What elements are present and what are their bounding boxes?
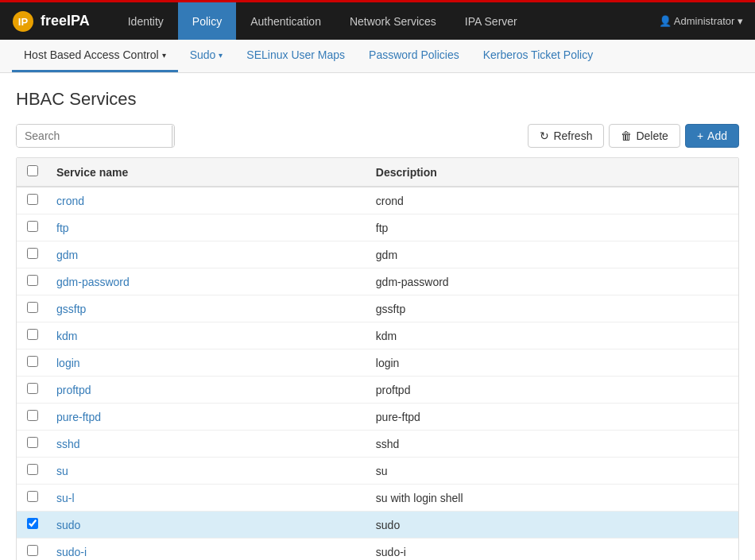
brand-logo[interactable]: IP freeIPA bbox=[12, 10, 90, 33]
nav-item-policy[interactable]: Policy bbox=[178, 2, 236, 40]
select-all-header bbox=[17, 158, 48, 187]
subnav-item-hbac[interactable]: Host Based Access Control ▾ bbox=[12, 40, 178, 72]
service-name-link[interactable]: pure-ftpd bbox=[56, 411, 101, 423]
subnav-sudo-caret-icon: ▾ bbox=[219, 51, 223, 60]
table-row: sudo-isudo-i bbox=[17, 539, 738, 561]
services-table: Service name Description crondcrondftpft… bbox=[17, 158, 738, 560]
table-row: su-lsu with login shell bbox=[17, 485, 738, 512]
search-input[interactable] bbox=[17, 125, 172, 147]
refresh-button[interactable]: ↻ Refresh bbox=[528, 124, 604, 148]
nav-item-identity[interactable]: Identity bbox=[114, 2, 178, 40]
row-checkbox[interactable] bbox=[27, 275, 38, 286]
brand-name: freeIPA bbox=[41, 13, 90, 29]
table-row: ftpftp bbox=[17, 214, 738, 241]
add-button[interactable]: + Add bbox=[685, 124, 739, 148]
service-name-header: Service name bbox=[48, 158, 368, 187]
service-description: login bbox=[368, 350, 738, 377]
row-checkbox[interactable] bbox=[27, 437, 38, 448]
service-name-link[interactable]: gssftp bbox=[56, 303, 86, 315]
user-caret-icon: ▾ bbox=[738, 15, 743, 27]
row-checkbox[interactable] bbox=[27, 221, 38, 232]
service-name-link[interactable]: proftpd bbox=[56, 384, 91, 396]
service-description: gdm-password bbox=[368, 268, 738, 295]
user-menu[interactable]: 👤 Administrator ▾ bbox=[659, 15, 743, 27]
table-row: crondcrond bbox=[17, 187, 738, 214]
row-checkbox[interactable] bbox=[27, 464, 38, 475]
subnav-hbac-label: Host Based Access Control bbox=[24, 48, 159, 61]
table-row: gssftpgssftp bbox=[17, 295, 738, 322]
service-description: su with login shell bbox=[368, 485, 738, 512]
row-checkbox[interactable] bbox=[27, 410, 38, 421]
username: Administrator bbox=[674, 15, 735, 27]
service-name-link[interactable]: gdm bbox=[56, 249, 78, 261]
service-description: sudo-i bbox=[368, 539, 738, 561]
search-button[interactable]: 🔍 bbox=[172, 126, 175, 147]
service-name-link[interactable]: su bbox=[56, 465, 68, 477]
action-buttons: ↻ Refresh 🗑 Delete + Add bbox=[528, 124, 739, 148]
select-all-checkbox[interactable] bbox=[27, 165, 38, 176]
table-row: gdm-passwordgdm-password bbox=[17, 268, 738, 295]
row-checkbox[interactable] bbox=[27, 248, 38, 259]
service-name-link[interactable]: sudo-i bbox=[56, 546, 87, 558]
service-description: sshd bbox=[368, 431, 738, 458]
service-description: ftp bbox=[368, 214, 738, 241]
table-row: sshdsshd bbox=[17, 431, 738, 458]
row-checkbox[interactable] bbox=[27, 329, 38, 340]
page-title: HBAC Services bbox=[16, 89, 739, 110]
nav-item-network-services[interactable]: Network Services bbox=[335, 2, 451, 40]
service-description: pure-ftpd bbox=[368, 404, 738, 431]
row-checkbox[interactable] bbox=[27, 302, 38, 313]
row-checkbox[interactable] bbox=[27, 518, 38, 529]
service-description: su bbox=[368, 458, 738, 485]
subnav-hbac-caret-icon: ▾ bbox=[162, 51, 166, 60]
table-row: pure-ftpdpure-ftpd bbox=[17, 404, 738, 431]
service-name-link[interactable]: sudo bbox=[56, 519, 80, 531]
table-header: Service name Description bbox=[17, 158, 738, 187]
delete-icon: 🗑 bbox=[621, 129, 632, 142]
table-body: crondcrondftpftpgdmgdmgdm-passwordgdm-pa… bbox=[17, 187, 738, 560]
service-description: crond bbox=[368, 187, 738, 214]
service-description: kdm bbox=[368, 322, 738, 350]
service-name-link[interactable]: sshd bbox=[56, 438, 80, 450]
row-checkbox[interactable] bbox=[27, 383, 38, 394]
row-checkbox[interactable] bbox=[27, 491, 38, 502]
service-name-link[interactable]: ftp bbox=[56, 222, 69, 234]
service-name-link[interactable]: crond bbox=[56, 195, 84, 207]
main-nav: Identity Policy Authentication Network S… bbox=[114, 2, 659, 40]
nav-item-authentication[interactable]: Authentication bbox=[236, 2, 335, 40]
table-row: gdmgdm bbox=[17, 241, 738, 268]
sub-navbar: Host Based Access Control ▾ Sudo ▾ SELin… bbox=[0, 40, 755, 73]
service-description: sudo bbox=[368, 512, 738, 539]
toolbar: 🔍 ↻ Refresh 🗑 Delete + Add bbox=[16, 124, 739, 148]
search-group: 🔍 bbox=[16, 124, 175, 148]
row-checkbox[interactable] bbox=[27, 545, 38, 556]
table-row: kdmkdm bbox=[17, 322, 738, 350]
subnav-item-password-policies[interactable]: Password Policies bbox=[357, 40, 471, 72]
table-row: proftpdproftpd bbox=[17, 377, 738, 404]
subnav-item-selinux[interactable]: SELinux User Maps bbox=[234, 40, 357, 72]
subnav-kerberos-label: Kerberos Ticket Policy bbox=[483, 48, 594, 61]
subnav-password-policies-label: Password Policies bbox=[369, 48, 459, 61]
row-checkbox[interactable] bbox=[27, 356, 38, 367]
table-row: susu bbox=[17, 458, 738, 485]
service-name-link[interactable]: login bbox=[56, 357, 80, 369]
subnav-sudo-label: Sudo bbox=[190, 48, 216, 61]
subnav-item-sudo[interactable]: Sudo ▾ bbox=[178, 40, 235, 72]
top-navbar: IP freeIPA Identity Policy Authenticatio… bbox=[0, 0, 755, 40]
service-description: gdm bbox=[368, 241, 738, 268]
brand-logo-icon: IP bbox=[12, 10, 34, 33]
table-row: loginlogin bbox=[17, 350, 738, 377]
add-icon: + bbox=[697, 129, 703, 142]
nav-item-ipa-server[interactable]: IPA Server bbox=[451, 2, 532, 40]
subnav-item-kerberos[interactable]: Kerberos Ticket Policy bbox=[471, 40, 606, 72]
services-table-container: Service name Description crondcrondftpft… bbox=[16, 157, 739, 560]
refresh-icon: ↻ bbox=[540, 129, 549, 142]
delete-button[interactable]: 🗑 Delete bbox=[609, 124, 680, 148]
description-header: Description bbox=[368, 158, 738, 187]
service-description: gssftp bbox=[368, 295, 738, 322]
service-name-link[interactable]: gdm-password bbox=[56, 276, 130, 288]
service-name-link[interactable]: kdm bbox=[56, 330, 77, 342]
row-checkbox[interactable] bbox=[27, 194, 38, 205]
subnav-selinux-label: SELinux User Maps bbox=[246, 48, 345, 61]
service-name-link[interactable]: su-l bbox=[56, 492, 75, 504]
